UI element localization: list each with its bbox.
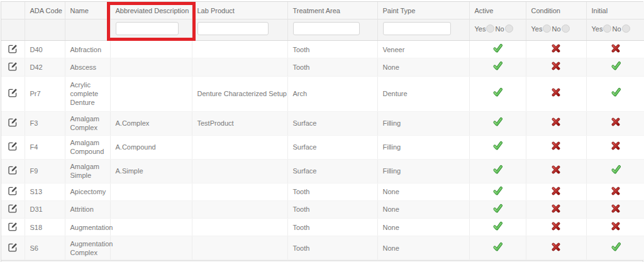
edit-pencil-icon [8,62,18,71]
column-header-treatment-area[interactable]: Treatment Area [287,2,377,19]
cell-condition [526,76,586,111]
column-header-initial[interactable]: Initial [586,2,644,19]
filter-cell-edit [1,19,25,41]
cell-treatment-area: Tooth [287,183,377,200]
table-row: F4Amalgam CompoundA.CompoundSurfaceFilli… [1,135,644,159]
data-grid: ADA Code Name Abbreviated Description La… [1,1,643,262]
condition-no-radio[interactable] [562,25,570,33]
initial-yes-radio[interactable] [603,25,611,33]
cell-ada-code: S13 [25,183,65,200]
cell-paint-type: Filling [377,111,469,135]
cell-ada-code: D31 [25,200,65,218]
edit-pencil-icon [8,117,18,127]
cell-active [469,41,526,58]
cell-paint-type: Filling [377,135,469,159]
cell-abbreviated-description: A.Compound [110,135,192,159]
column-header-paint-type[interactable]: Paint Type [377,2,469,19]
column-header-abbreviated-description[interactable]: Abbreviated Description [110,2,192,19]
cell-name: Abscess [65,58,110,76]
cell-initial [586,41,644,58]
table-row: S13ApicectomyToothNone [1,183,644,200]
cross-icon [611,44,620,53]
filter-cell-lab-product [192,19,287,41]
cell-condition [526,135,586,159]
check-icon [611,87,621,97]
check-icon [492,87,503,97]
condition-yes-radio[interactable] [543,25,551,33]
cell-condition [526,236,586,260]
cell-paint-type: None [377,236,469,260]
cell-condition [526,183,586,200]
check-icon [492,141,503,151]
filter-cell-ada-code [25,19,65,41]
column-header-active[interactable]: Active [469,2,526,19]
cross-icon [552,88,560,97]
edit-pencil-icon [8,186,18,195]
edit-row-button[interactable] [1,135,25,159]
column-header-lab-product[interactable]: Lab Product [192,2,287,19]
edit-pencil-icon [8,165,18,175]
filter-row: YesNo YesNo YesNo [1,19,644,41]
abbreviated-description-filter-input[interactable] [116,22,179,35]
active-no-label: No [495,25,504,33]
column-header-condition[interactable]: Condition [526,2,586,19]
treatment-area-filter-input[interactable] [293,22,360,35]
edit-row-button[interactable] [1,200,25,218]
cell-treatment-area: Tooth [287,200,377,218]
column-header-edit [1,2,25,19]
cell-ada-code: F9 [25,159,65,183]
cell-ada-code: F3 [25,111,65,135]
condition-yes-label: Yes [531,25,543,33]
cell-initial [586,58,644,76]
check-icon [611,242,621,252]
cell-name: Augmentation [65,219,110,236]
cell-ada-code: D40 [25,41,65,58]
column-header-ada-code[interactable]: ADA Code [25,2,65,19]
cross-icon [611,222,620,231]
active-no-radio[interactable] [505,25,513,33]
table-row: D31AttritionToothNone [1,200,644,218]
column-header-name[interactable]: Name [65,2,110,19]
cell-abbreviated-description: A.Simple [110,159,192,183]
cell-treatment-area: Tooth [287,219,377,236]
table-row: F3Amalgam ComplexA.ComplexTestProductSur… [1,111,644,135]
cell-paint-type: None [377,200,469,218]
paint-type-filter-input[interactable] [383,22,452,35]
edit-pencil-icon [8,141,18,151]
filter-cell-abbreviated-description [110,19,192,41]
cell-paint-type: Veneer [377,41,469,58]
cell-lab-product [192,236,287,260]
header-row: ADA Code Name Abbreviated Description La… [1,2,644,19]
cell-initial [586,159,644,183]
edit-row-button[interactable] [1,111,25,135]
edit-pencil-icon [8,44,18,53]
edit-row-button[interactable] [1,58,25,76]
cell-treatment-area: Arch [287,76,377,111]
cell-lab-product [192,135,287,159]
active-yes-radio[interactable] [486,25,494,33]
edit-row-button[interactable] [1,219,25,236]
edit-row-button[interactable] [1,159,25,183]
edit-row-button[interactable] [1,76,25,111]
check-icon [492,43,503,53]
initial-no-radio[interactable] [622,25,630,33]
cell-abbreviated-description [110,183,192,200]
cell-abbreviated-description [110,76,192,111]
cell-name: Amalgam Compound [65,135,110,159]
edit-row-button[interactable] [1,236,25,260]
check-icon [492,165,503,175]
edit-pencil-icon [8,88,18,97]
cell-lab-product [192,41,287,58]
cell-active [469,219,526,236]
cell-initial [586,236,644,260]
cross-icon [552,165,560,174]
lab-product-filter-input[interactable] [197,22,269,35]
filter-cell-condition: YesNo [526,19,586,41]
cross-icon [611,117,620,126]
filter-cell-paint-type [377,19,469,41]
edit-row-button[interactable] [1,41,25,58]
cell-active [469,135,526,159]
cross-icon [552,44,560,53]
edit-row-button[interactable] [1,183,25,200]
cell-paint-type: None [377,183,469,200]
